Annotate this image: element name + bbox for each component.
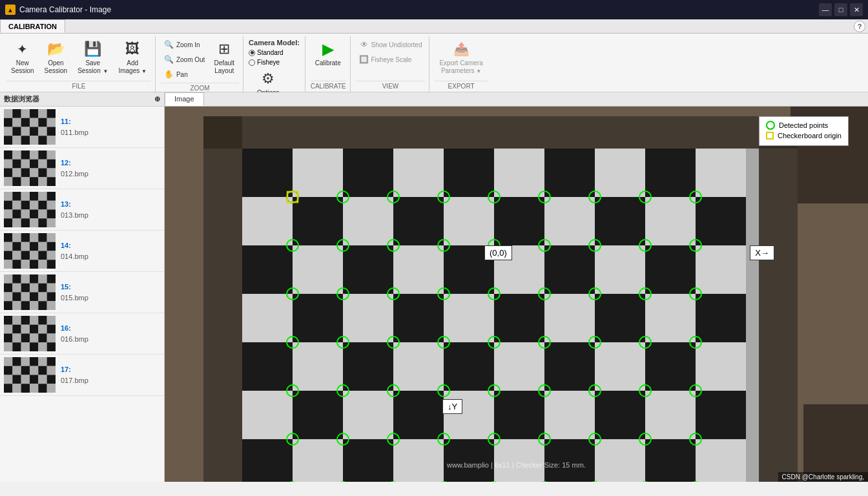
export-camera-label: Export CameraParameters ▼ xyxy=(439,59,482,75)
export-camera-icon: 📤 xyxy=(452,40,470,58)
calibrate-icon: ▶ xyxy=(319,40,337,58)
new-session-button[interactable]: ✦ NewSession xyxy=(6,37,39,78)
legend-checkerboard-origin: Checkerboard origin xyxy=(766,132,842,140)
fisheye-scale-button[interactable]: 🔲 Fisheye Scale xyxy=(356,52,426,67)
image-filename: 011.bmp xyxy=(61,127,88,138)
fisheye-radio[interactable]: Fisheye xyxy=(249,59,300,66)
ribbon-right: ? xyxy=(854,19,868,33)
list-item[interactable]: 15:015.bmp xyxy=(0,272,164,313)
calibrate-group-label: CALIBRATE xyxy=(311,81,346,92)
thumbnail-canvas xyxy=(4,192,56,227)
list-item[interactable]: 14:014.bmp xyxy=(0,231,164,272)
view-group-label: VIEW xyxy=(356,81,426,92)
zoom-in-icon: 🔍 xyxy=(164,39,174,50)
content-area: Image (0,0) X→ ↓Y xyxy=(165,92,868,482)
image-info: 11:011.bmp xyxy=(61,116,88,138)
options-icon: ⚙ xyxy=(259,70,277,88)
save-session-button[interactable]: 💾 SaveSession ▼ xyxy=(73,37,112,78)
default-layout-button[interactable]: ⊞ DefaultLayout xyxy=(209,37,239,78)
file-group-label: FILE xyxy=(6,81,151,92)
checker-background: (0,0) X→ ↓Y Detected points Checkerboard… xyxy=(165,107,868,482)
watermark: www.bamplio | 8x11 | Checker Size: 15 mm… xyxy=(447,461,586,469)
open-session-button[interactable]: 📂 OpenSession xyxy=(40,37,72,78)
list-item[interactable]: 16:016.bmp xyxy=(0,313,164,355)
standard-radio[interactable]: Standard xyxy=(249,49,300,56)
save-session-label: SaveSession ▼ xyxy=(78,59,108,75)
list-item[interactable]: 13:013.bmp xyxy=(0,189,164,231)
thumbnail-canvas xyxy=(4,233,56,269)
ribbon-tabs: CALIBRATION ? xyxy=(0,19,868,34)
add-images-button[interactable]: 🖼 AddImages ▼ xyxy=(114,37,151,78)
fisheye-radio-indicator xyxy=(249,59,255,66)
zoom-out-label: Zoom Out xyxy=(176,56,205,63)
camera-model-buttons: Camera Model: Standard Fisheye ⚙ Options xyxy=(249,36,301,99)
help-button[interactable]: ? xyxy=(854,21,865,32)
list-item[interactable]: 17:017.bmp xyxy=(0,355,164,396)
image-info: 16:016.bmp xyxy=(61,323,88,344)
view-small-buttons: 👁 Show Undistorted 🔲 Fisheye Scale xyxy=(356,37,426,67)
thumbnail-canvas xyxy=(4,316,56,351)
title-left: ▲ Camera Calibrator - Image xyxy=(5,5,111,15)
image-info: 13:013.bmp xyxy=(61,199,88,220)
image-number: 17: xyxy=(61,364,88,375)
list-item[interactable]: 11:011.bmp xyxy=(0,107,164,148)
show-undistorted-icon: 👁 xyxy=(359,39,369,50)
image-number: 15: xyxy=(61,282,88,293)
title-bar: ▲ Camera Calibrator - Image — □ ✕ xyxy=(0,0,868,19)
zoom-out-button[interactable]: 🔍 Zoom Out xyxy=(161,52,208,67)
export-camera-button[interactable]: 📤 Export CameraParameters ▼ xyxy=(435,37,487,78)
title-controls: — □ ✕ xyxy=(819,3,863,16)
sidebar-header: 数据浏览器 ⊕ xyxy=(0,92,164,107)
standard-label: Standard xyxy=(257,49,284,56)
image-filename: 012.bmp xyxy=(61,169,88,180)
add-images-icon: 🖼 xyxy=(123,40,141,58)
zoom-in-label: Zoom In xyxy=(176,41,200,48)
calibrate-button[interactable]: ▶ Calibrate xyxy=(311,37,346,70)
detected-points-label: Detected points xyxy=(779,121,828,129)
image-filename: 016.bmp xyxy=(61,334,88,345)
thumbnail-canvas xyxy=(4,150,56,186)
ribbon-group-zoom: 🔍 Zoom In 🔍 Zoom Out ✋ Pan ⊞ DefaultLayo… xyxy=(157,36,243,92)
default-layout-icon: ⊞ xyxy=(215,40,233,58)
ribbon-group-export: 📤 Export CameraParameters ▼ EXPORT xyxy=(431,36,491,92)
fisheye-scale-label: Fisheye Scale xyxy=(371,56,412,63)
zoom-small-buttons: 🔍 Zoom In 🔍 Zoom Out ✋ Pan xyxy=(161,37,208,81)
thumbnail-canvas xyxy=(4,274,56,310)
image-number: 11: xyxy=(61,116,88,127)
zoom-out-icon: 🔍 xyxy=(164,54,174,65)
open-session-label: OpenSession xyxy=(45,59,68,75)
corner-watermark: CSDN @Charlotte sparkling, xyxy=(778,472,868,482)
pan-button[interactable]: ✋ Pan xyxy=(161,67,208,81)
dark-corner-br xyxy=(803,404,868,482)
list-item[interactable]: 12:012.bmp xyxy=(0,148,164,189)
pan-label: Pan xyxy=(176,71,188,78)
ribbon-group-calibrate: ▶ Calibrate CALIBRATE xyxy=(307,36,351,92)
detected-points-icon xyxy=(766,121,775,130)
add-images-label: AddImages ▼ xyxy=(118,59,147,75)
image-number: 16: xyxy=(61,323,88,334)
ribbon: CALIBRATION ? ✦ NewSession 📂 OpenSession… xyxy=(0,19,868,92)
new-session-icon: ✦ xyxy=(14,40,32,58)
new-session-label: NewSession xyxy=(11,59,34,75)
export-buttons: 📤 Export CameraParameters ▼ xyxy=(435,36,487,79)
origin-label: (0,0) xyxy=(484,245,512,260)
calibrate-buttons: ▶ Calibrate xyxy=(311,36,346,79)
checker-board xyxy=(203,116,798,482)
checkerboard-origin-label: Checkerboard origin xyxy=(778,132,842,140)
file-buttons: ✦ NewSession 📂 OpenSession 💾 SaveSession… xyxy=(6,36,151,79)
zoom-in-button[interactable]: 🔍 Zoom In xyxy=(161,37,208,52)
main-area: 数据浏览器 ⊕ 11:011.bmp12:012.bmp13:013.bmp14… xyxy=(0,92,868,482)
tab-calibration[interactable]: CALIBRATION xyxy=(0,19,65,33)
fisheye-label: Fisheye xyxy=(257,59,280,66)
maximize-button[interactable]: □ xyxy=(834,3,847,16)
legend-box: Detected points Checkerboard origin xyxy=(759,116,849,146)
close-button[interactable]: ✕ xyxy=(850,3,863,16)
sidebar-expand-icon[interactable]: ⊕ xyxy=(154,95,160,103)
show-undistorted-button[interactable]: 👁 Show Undistorted xyxy=(356,37,426,52)
sidebar-title: 数据浏览器 xyxy=(4,94,39,104)
calibrate-label: Calibrate xyxy=(315,59,341,67)
image-view[interactable]: (0,0) X→ ↓Y Detected points Checkerboard… xyxy=(165,107,868,482)
image-number: 13: xyxy=(61,199,88,210)
minimize-button[interactable]: — xyxy=(819,3,832,16)
tab-image[interactable]: Image xyxy=(165,92,204,106)
